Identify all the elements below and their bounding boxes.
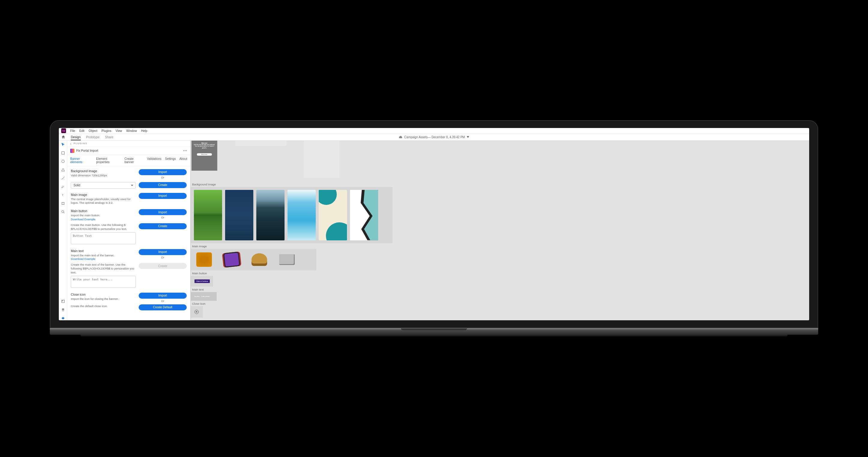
bg-create-button[interactable]: Create <box>139 182 187 188</box>
app-menubar: Xd File Edit Object Plugins View Window … <box>59 128 809 134</box>
tab-design[interactable]: Design <box>71 135 81 140</box>
app-icon: Xd <box>61 128 66 133</box>
rectangle-tool[interactable] <box>61 151 65 155</box>
line-tool[interactable] <box>61 176 65 180</box>
closeicon-desc: Import the icon for closing the banner. <box>71 297 136 301</box>
select-tool[interactable] <box>61 142 65 147</box>
assets-panel-icon[interactable] <box>61 299 65 304</box>
maintext-download-link[interactable]: Download Example <box>71 257 95 260</box>
plugin-tabs: Banner elements Element properties Creat… <box>67 155 190 166</box>
mainimg-thumb-1[interactable] <box>196 252 212 267</box>
mainbtn-create-button[interactable]: Create <box>139 223 187 229</box>
main-text-asset-2[interactable]: Invite a friend! <box>202 296 210 297</box>
svg-text:T: T <box>62 194 64 197</box>
layers-panel-icon[interactable] <box>61 308 65 312</box>
svg-rect-4 <box>62 202 64 204</box>
menu-file[interactable]: File <box>70 129 75 133</box>
mainimg-thumb-2[interactable] <box>223 252 240 267</box>
svg-line-10 <box>63 212 64 213</box>
home-icon[interactable] <box>61 135 65 139</box>
canvas-closeicon-label: Close icon <box>192 302 809 305</box>
background-image-strip[interactable] <box>191 187 393 244</box>
artboard-phone-preview[interactable]: Main text Add this into the Main text ar… <box>191 141 217 171</box>
or-divider: Or <box>139 256 187 259</box>
polygon-tool[interactable] <box>61 168 65 172</box>
maintext-text-input[interactable] <box>71 276 136 288</box>
menu-object[interactable]: Object <box>89 129 97 133</box>
close-icon-asset[interactable]: ✕ <box>194 310 199 314</box>
plugin-logo-icon <box>70 149 74 153</box>
canvas-maintext-label: Main text <box>192 288 809 291</box>
tab-prototype[interactable]: Prototype <box>86 135 100 139</box>
tab-share[interactable]: Share <box>105 135 114 139</box>
artboard-placeholder[interactable] <box>235 141 286 146</box>
mainbtn-desc: Import the main button. <box>71 213 136 218</box>
bg-thumb-6[interactable] <box>350 190 378 240</box>
plugin-more-icon[interactable]: ••• <box>183 149 187 152</box>
bg-thumb-3[interactable] <box>256 190 284 240</box>
close-icon-strip[interactable]: ✕ <box>191 306 203 318</box>
closeicon-create-desc: Create the default close icon <box>71 304 136 308</box>
svg-point-9 <box>62 210 64 212</box>
plugin-title-row: Fix Portal Import ••• <box>67 147 190 155</box>
bg-fill-select[interactable]: Solid <box>71 182 136 189</box>
bg-thumb-4[interactable] <box>287 190 316 240</box>
mainbtn-import-button[interactable]: Import <box>139 209 187 215</box>
main-image-strip[interactable] <box>191 249 316 270</box>
svg-line-2 <box>62 177 64 179</box>
svg-rect-12 <box>62 301 63 302</box>
plugin-name: Fix Portal Import <box>76 149 98 152</box>
tab-create-banner[interactable]: Create banner <box>125 157 144 164</box>
bg-section-desc: Valid dimension 720x1280px <box>71 174 136 177</box>
zoom-tool[interactable] <box>61 210 65 214</box>
or-divider: Or <box>139 299 187 303</box>
maintext-create-desc: Create the main text of the banner. Use … <box>71 263 136 274</box>
menu-view[interactable]: View <box>116 129 122 133</box>
mode-bar: Design Prototype Share Campaign Assets— … <box>59 134 809 141</box>
mainimg-thumb-4[interactable] <box>279 254 295 265</box>
artboard-placeholder[interactable] <box>304 141 339 178</box>
mainbtn-download-link[interactable]: Download Example <box>71 218 95 221</box>
menu-plugins[interactable]: Plugins <box>101 129 111 133</box>
ellipse-tool[interactable] <box>61 159 65 164</box>
main-text-strip[interactable]: Buy Now Invite a friend! <box>191 292 217 301</box>
maintext-import-button[interactable]: Import <box>139 249 187 255</box>
plugins-panel-icon[interactable] <box>61 316 65 320</box>
text-tool[interactable]: T <box>61 193 65 197</box>
menu-edit[interactable]: Edit <box>79 129 84 133</box>
mainimg-label: Main image <box>71 193 136 197</box>
bg-import-button[interactable]: Import <box>139 169 187 175</box>
closeicon-create-default-button[interactable]: Create Default <box>139 304 187 310</box>
tab-about[interactable]: About <box>180 157 187 164</box>
tab-validations[interactable]: Validations <box>147 157 161 164</box>
plugins-panel-header[interactable]: ‹ PLUGINS <box>67 141 190 147</box>
mainbtn-text-input[interactable] <box>71 232 136 244</box>
maintext-desc: Import the main text of the banner. <box>71 254 136 257</box>
mainimg-import-button[interactable]: Import <box>139 193 187 199</box>
maintext-create-button[interactable]: Create <box>139 263 187 269</box>
canvas-bg-label: Background image <box>192 183 809 186</box>
tab-settings[interactable]: Settings <box>165 157 176 164</box>
main-button-strip[interactable]: Claim & Continue <box>191 276 213 287</box>
canvas-mainbtn-label: Main button <box>192 272 809 275</box>
maintext-label: Main text <box>71 249 136 253</box>
mainimg-thumb-3[interactable] <box>251 253 267 266</box>
or-divider: Or <box>139 216 187 219</box>
artboard-tool[interactable] <box>61 201 65 205</box>
bg-thumb-2[interactable] <box>225 190 253 240</box>
claim-button-asset[interactable]: Claim & Continue <box>194 280 210 283</box>
pen-tool[interactable] <box>61 184 65 189</box>
design-canvas[interactable]: Main text Add this into the Main text ar… <box>191 141 809 320</box>
mainbtn-label: Main button <box>71 209 136 213</box>
menu-window[interactable]: Window <box>126 129 137 133</box>
bg-thumb-1[interactable] <box>194 190 222 240</box>
main-text-asset-1[interactable]: Buy Now <box>194 296 199 297</box>
plugin-panel: ‹ PLUGINS Fix Portal Import ••• Banner e… <box>67 141 191 320</box>
closeicon-label: Close icon <box>71 293 136 296</box>
tab-element-properties[interactable]: Element properties <box>96 157 121 164</box>
bg-thumb-5[interactable] <box>319 190 347 240</box>
menu-help[interactable]: Help <box>141 129 147 133</box>
document-title-dropdown[interactable]: Campaign Assets— December 8, 4.39.42 PM <box>399 136 469 139</box>
tab-banner-elements[interactable]: Banner elements <box>70 157 92 164</box>
closeicon-import-button[interactable]: Import <box>139 293 187 299</box>
